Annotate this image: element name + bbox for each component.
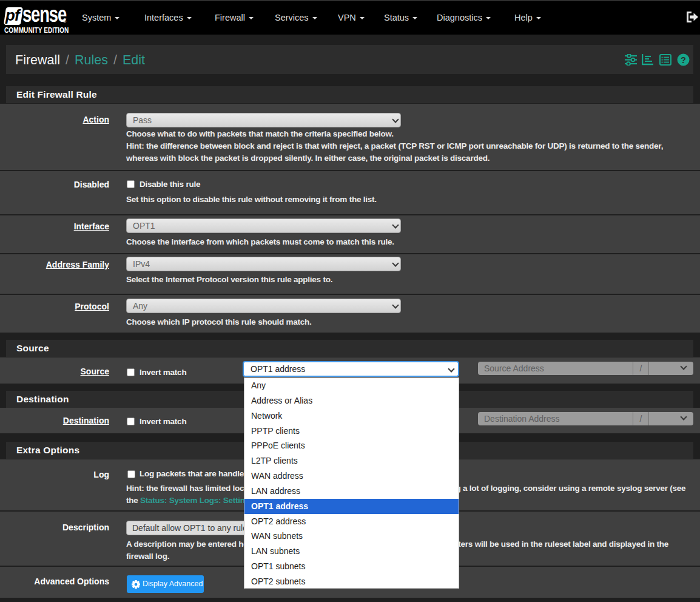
svg-text:?: ? [681, 55, 686, 65]
